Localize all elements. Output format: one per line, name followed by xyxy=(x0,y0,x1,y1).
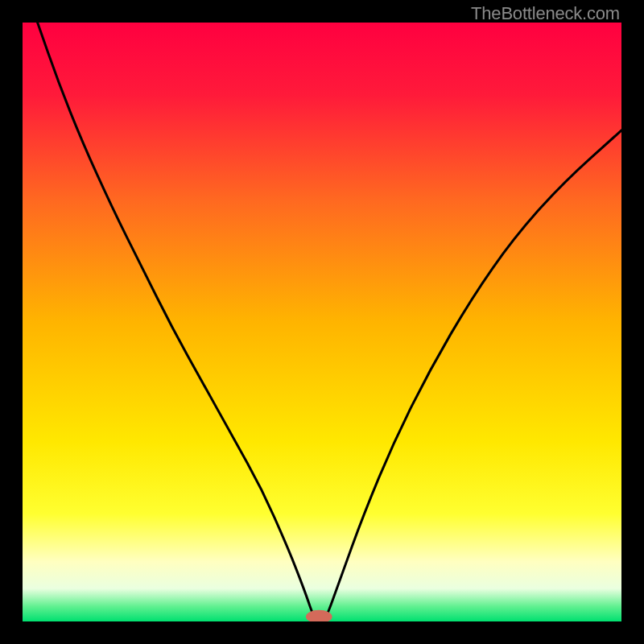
chart-area xyxy=(23,23,621,621)
attribution-label: TheBottleneck.com xyxy=(471,3,620,24)
bottleneck-chart xyxy=(23,23,621,621)
gradient-background xyxy=(23,23,621,621)
